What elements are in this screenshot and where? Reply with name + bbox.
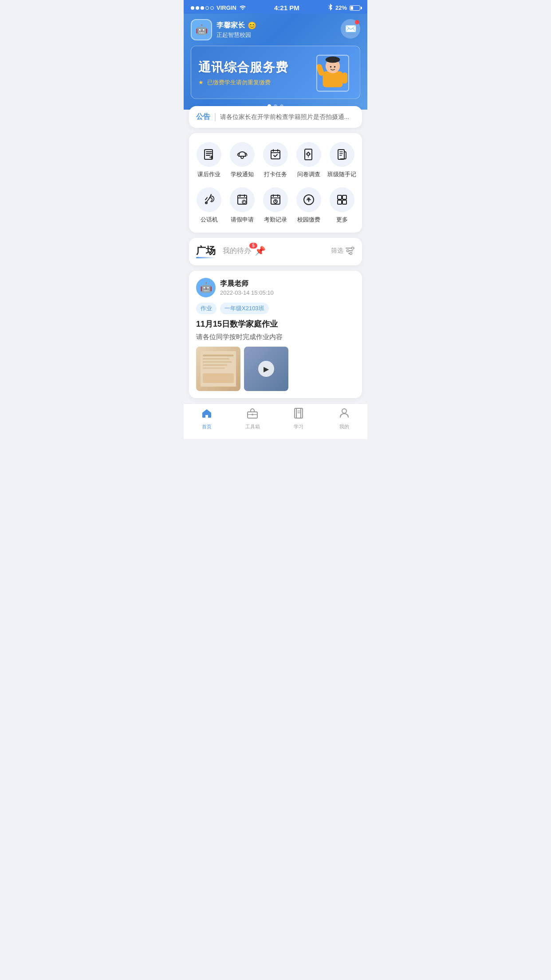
menu-item-attendance[interactable]: 考勤记录	[259, 186, 292, 225]
nav-item-toolbox[interactable]: 工具箱	[230, 407, 276, 430]
menu-item-homework[interactable]: 课后作业	[193, 140, 226, 180]
menu-icon-leave	[230, 187, 255, 212]
play-button[interactable]: ▶	[258, 361, 274, 377]
post-tags: 作业 一年级X2103班	[196, 303, 355, 314]
menu-item-notes[interactable]: 班级随手记	[325, 140, 358, 180]
banner-title: 通讯综合服务费	[198, 60, 313, 75]
notice-icon	[236, 148, 248, 161]
post-images: ▶	[196, 347, 355, 391]
home-nav-icon	[201, 407, 213, 422]
banner-content: 通讯综合服务费 ★ 已缴费学生请勿重复缴费	[198, 60, 313, 87]
bluetooth-icon	[327, 4, 333, 12]
status-right: 22%	[327, 4, 360, 12]
battery-percent: 22%	[335, 4, 347, 11]
svg-point-11	[307, 153, 310, 155]
survey-icon	[303, 148, 315, 161]
mail-badge	[355, 20, 359, 24]
square-section: 广场 我的待办 5 📌 筛选	[189, 238, 362, 265]
mail-button[interactable]: ✉️	[341, 19, 360, 39]
header-top: 🤖 李馨家长 😊 正起智慧校园 ✉️	[191, 19, 360, 40]
banner-star: ★	[198, 79, 204, 86]
svg-rect-22	[342, 200, 346, 204]
wifi-icon	[239, 4, 246, 11]
announcement-text: 请各位家长在开学前检查学籍照片是否拍摄通...	[220, 113, 355, 121]
home-icon-svg	[201, 407, 213, 419]
mine-icon-svg	[338, 407, 350, 419]
menu-label-walkie: 公话机	[201, 216, 218, 224]
post-title: 11月15日数学家庭作业	[196, 319, 355, 329]
menu-label-more: 更多	[336, 216, 348, 224]
thumbnail-svg-1	[201, 351, 236, 387]
menu-icon-attendance	[263, 187, 288, 212]
user-school: 正起智慧校园	[216, 31, 256, 39]
battery-icon	[350, 5, 360, 11]
tab-pending[interactable]: 我的待办 5	[221, 245, 253, 257]
post-meta: 李晨老师 2022-03-14 15:05:10	[220, 279, 355, 296]
filter-area[interactable]: 筛选	[331, 246, 355, 255]
dot1	[191, 6, 194, 10]
bottom-nav: 首页 工具箱 学习 我的	[184, 403, 367, 439]
post-card[interactable]: 🤖 李晨老师 2022-03-14 15:05:10 作业 一年级X2103班 …	[189, 271, 362, 398]
svg-point-5	[330, 66, 332, 68]
svg-rect-36	[296, 408, 303, 418]
user-info: 🤖 李馨家长 😊 正起智慧校园	[191, 19, 256, 40]
tag-class[interactable]: 一年级X2103班	[220, 303, 269, 314]
menu-item-walkie[interactable]: 公话机	[193, 186, 226, 225]
svg-rect-20	[342, 195, 346, 199]
menu-label-survey: 问卷调查	[297, 170, 320, 178]
banner-subtitle-text: 已缴费学生请勿重复缴费	[207, 79, 271, 86]
header: 🤖 李馨家长 😊 正起智慧校园 ✉️ 通讯综合服务费 ★ 已缴费学生请勿重复缴费	[184, 14, 367, 110]
menu-icon-survey	[296, 142, 321, 167]
checkin-icon	[269, 148, 282, 161]
mine-nav-icon	[338, 407, 350, 422]
user-name: 李馨家长 😊	[216, 21, 256, 30]
svg-rect-4	[342, 72, 348, 83]
nav-item-home[interactable]: 首页	[184, 407, 230, 430]
post-author: 李晨老师	[220, 279, 355, 288]
menu-icon-payment	[296, 187, 321, 212]
dot2	[196, 6, 199, 10]
svg-point-37	[342, 409, 346, 413]
menu-item-more[interactable]: 更多	[325, 186, 358, 225]
payment-icon	[303, 194, 315, 206]
menu-item-payment[interactable]: 校园缴费	[292, 186, 325, 225]
menu-item-notice[interactable]: 学校通知	[226, 140, 259, 180]
status-bar: VIRGIN 4:21 PM 22%	[184, 0, 367, 14]
post-image-2[interactable]: ▶	[244, 347, 288, 391]
carrier-label: VIRGIN	[216, 4, 236, 11]
tag-homework[interactable]: 作业	[196, 303, 216, 314]
avatar-emoji: 🤖	[196, 24, 208, 36]
svg-rect-19	[338, 195, 342, 199]
nav-label-mine: 我的	[339, 423, 349, 430]
svg-rect-0	[323, 71, 343, 87]
nav-label-home: 首页	[202, 423, 212, 430]
announcement[interactable]: 公告 请各位家长在开学前检查学籍照片是否拍摄通...	[189, 106, 362, 128]
menu-label-homework: 课后作业	[197, 170, 220, 178]
square-title: 广场	[196, 244, 216, 257]
user-text: 李馨家长 😊 正起智慧校园	[216, 21, 256, 39]
menu-icon-notice	[230, 142, 255, 167]
menu-item-leave[interactable]: 请假申请	[226, 186, 259, 225]
menu-section: 课后作业 学校通知 打卡任务	[189, 133, 362, 233]
svg-point-2	[326, 56, 340, 63]
status-left: VIRGIN	[191, 4, 246, 11]
svg-rect-28	[203, 358, 229, 360]
banner[interactable]: 通讯综合服务费 ★ 已缴费学生请勿重复缴费	[191, 46, 360, 99]
nav-item-mine[interactable]: 我的	[322, 407, 368, 430]
svg-point-34	[252, 414, 253, 415]
svg-rect-9	[271, 150, 280, 159]
banner-subtitle: ★ 已缴费学生请勿重复缴费	[198, 79, 313, 87]
person-svg	[313, 53, 353, 93]
menu-label-payment: 校园缴费	[297, 216, 320, 224]
dot5	[210, 6, 214, 10]
svg-rect-32	[203, 373, 234, 383]
menu-icon-notes	[330, 142, 354, 167]
post-image-1[interactable]	[196, 347, 240, 391]
menu-label-notice: 学校通知	[231, 170, 254, 178]
svg-point-6	[334, 66, 336, 68]
menu-item-checkin[interactable]: 打卡任务	[259, 140, 292, 180]
announcement-label: 公告	[196, 112, 210, 122]
menu-item-survey[interactable]: 问卷调查	[292, 140, 325, 180]
menu-icon-checkin	[263, 142, 288, 167]
nav-item-study[interactable]: 学习	[276, 407, 322, 430]
